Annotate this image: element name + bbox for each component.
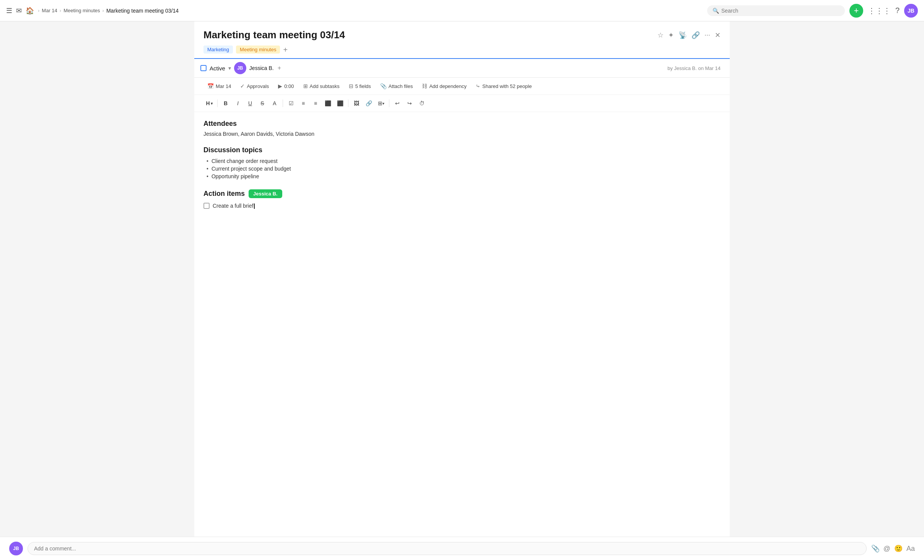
toolbar-link-btn[interactable]: 🔗	[363, 98, 374, 109]
tags-row: Marketing Meeting minutes +	[194, 44, 730, 58]
meta-approvals-label: Approvals	[247, 83, 269, 89]
page-header: Marketing team meeting 03/14 ☆ ✦ 📡 🔗 ···…	[194, 21, 730, 44]
toolbar-strikethrough-btn[interactable]: S	[257, 98, 268, 109]
toolbar-image-btn[interactable]: 🖼	[351, 98, 362, 109]
action-items-heading: Action items	[203, 190, 245, 198]
more-icon[interactable]: ···	[704, 31, 710, 39]
toolbar-sep-2	[283, 99, 283, 107]
toolbar-bold-btn[interactable]: B	[220, 98, 231, 109]
comment-actions: 📎 @ 🙂 Aa	[871, 544, 915, 553]
tag-marketing[interactable]: Marketing	[203, 46, 233, 54]
toolbar-underline-btn[interactable]: U	[244, 98, 256, 109]
rss-icon[interactable]: 📡	[678, 31, 687, 39]
attendees-text: Jessica Brown, Aaron Davids, Victoria Da…	[203, 131, 721, 137]
discussion-item-1: Client change order request	[207, 157, 721, 165]
toolbar-align-right-btn[interactable]: ⬛	[334, 98, 346, 109]
discussion-item-3: Opportunity pipeline	[207, 173, 721, 180]
share-icon: ⤷	[476, 83, 480, 89]
help-icon[interactable]: ?	[895, 6, 900, 15]
close-icon[interactable]: ✕	[715, 31, 721, 39]
breadcrumb: › Mar 14 › Meeting minutes › Marketing t…	[38, 8, 179, 14]
comment-attach-icon[interactable]: 📎	[871, 544, 880, 553]
toolbar-italic-btn[interactable]: I	[232, 98, 244, 109]
text-cursor	[254, 203, 255, 209]
editor-toolbar: H ▾ B I U S A ☑ ≡ ≡ ⬛ ⬛ 🖼 🔗 ⊞ ▾ ↩ ↪ ⏱	[194, 95, 730, 112]
meta-dependency-label: Add dependency	[429, 83, 467, 89]
play-icon: ▶	[278, 83, 282, 89]
header-actions: ☆ ✦ 📡 🔗 ··· ✕	[657, 31, 721, 39]
status-bar: Active ▾ JB Jessica B. + by Jessica B. o…	[194, 58, 730, 78]
breadcrumb-current: Marketing team meeting 03/14	[106, 8, 179, 14]
star-icon[interactable]: ☆	[657, 31, 664, 39]
meta-timer-label: 0:00	[284, 83, 294, 89]
comment-input[interactable]	[34, 545, 860, 552]
search-input[interactable]	[721, 8, 839, 14]
status-avatar: JB	[234, 62, 246, 74]
main-panel: Marketing team meeting 03/14 ☆ ✦ 📡 🔗 ···…	[194, 21, 730, 560]
meta-fields[interactable]: ⊟ 5 fields	[345, 81, 375, 91]
meta-timer[interactable]: ▶ 0:00	[274, 81, 298, 91]
check-circle-icon: ✓	[240, 83, 245, 89]
discussion-item-2: Current project scope and budget	[207, 165, 721, 173]
status-checkbox[interactable]	[200, 65, 207, 71]
comment-avatar: JB	[9, 542, 23, 555]
toolbar-align-left-btn[interactable]: ⬛	[322, 98, 333, 109]
toolbar-table-btn[interactable]: ⊞ ▾	[375, 98, 387, 109]
home-icon[interactable]: 🏠	[26, 7, 34, 15]
status-left: Active ▾ JB Jessica B. +	[200, 62, 281, 74]
toolbar-sep-1	[217, 99, 218, 107]
topnav-left: ☰ ✉ 🏠 › Mar 14 › Meeting minutes › Marke…	[6, 7, 703, 15]
mail-icon[interactable]: ✉	[16, 7, 22, 15]
meta-shared-label: Shared with 52 people	[482, 83, 532, 89]
breadcrumb-sep-3: ›	[102, 8, 104, 13]
avatar[interactable]: JB	[904, 4, 918, 18]
add-button[interactable]: +	[849, 4, 863, 18]
breadcrumb-marketing[interactable]: Mar 14	[42, 8, 57, 13]
assignee-badge[interactable]: Jessica B.	[249, 189, 282, 198]
link-icon[interactable]: 🔗	[691, 31, 700, 39]
comment-format-icon[interactable]: Aa	[906, 545, 915, 553]
meta-attach-label: Attach files	[389, 83, 413, 89]
status-add-button[interactable]: +	[278, 65, 281, 72]
toolbar-checkbox-btn[interactable]: ☑	[285, 98, 297, 109]
pin-icon[interactable]: ✦	[668, 31, 674, 39]
meta-dependency[interactable]: ⛓ Add dependency	[418, 81, 470, 91]
hamburger-icon[interactable]: ☰	[6, 7, 12, 15]
add-tag-button[interactable]: +	[283, 46, 288, 54]
attendees-heading: Attendees	[203, 120, 721, 128]
breadcrumb-sep-1: ›	[38, 8, 39, 13]
search-bar[interactable]: 🔍	[707, 5, 845, 16]
comment-emoji-icon[interactable]: 🙂	[894, 544, 903, 553]
meta-attach[interactable]: 📎 Attach files	[376, 81, 417, 91]
comment-mention-icon[interactable]: @	[883, 545, 890, 553]
action-items-header: Action items Jessica B.	[203, 189, 721, 198]
meta-subtasks[interactable]: ⊞ Add subtasks	[299, 81, 343, 91]
status-dropdown-icon[interactable]: ▾	[228, 65, 231, 71]
toolbar-undo-btn[interactable]: ↩	[392, 98, 403, 109]
paperclip-icon: 📎	[380, 83, 387, 89]
doc-content: Attendees Jessica Brown, Aaron Davids, V…	[194, 112, 730, 219]
toolbar-bullet-list-btn[interactable]: ≡	[310, 98, 321, 109]
status-label: Active	[210, 65, 225, 72]
meta-date[interactable]: 📅 Mar 14	[203, 81, 235, 91]
toolbar-sep-4	[389, 99, 389, 107]
meta-approvals[interactable]: ✓ Approvals	[236, 81, 273, 91]
toolbar-heading-btn[interactable]: H ▾	[203, 98, 215, 109]
toolbar-ordered-list-btn[interactable]: ≡	[298, 98, 309, 109]
breadcrumb-sep-2: ›	[60, 8, 61, 13]
toolbar-sep-3	[348, 99, 348, 107]
comment-input-wrap[interactable]	[28, 542, 867, 555]
topnav: ☰ ✉ 🏠 › Mar 14 › Meeting minutes › Marke…	[0, 0, 924, 21]
toolbar-history-btn[interactable]: ⏱	[416, 98, 428, 109]
breadcrumb-meeting-minutes[interactable]: Meeting minutes	[63, 8, 100, 13]
discussion-heading: Discussion topics	[203, 146, 721, 154]
action-checkbox-1[interactable]	[203, 203, 210, 209]
meta-shared[interactable]: ⤷ Shared with 52 people	[472, 81, 535, 91]
toolbar-color-btn[interactable]: A	[269, 98, 280, 109]
dependency-icon: ⛓	[422, 83, 427, 89]
meta-subtasks-label: Add subtasks	[310, 83, 340, 89]
toolbar-redo-btn[interactable]: ↪	[404, 98, 415, 109]
tag-meeting-minutes[interactable]: Meeting minutes	[236, 46, 280, 54]
meta-fields-label: 5 fields	[355, 83, 371, 89]
grid-icon[interactable]: ⋮⋮⋮	[868, 6, 891, 15]
